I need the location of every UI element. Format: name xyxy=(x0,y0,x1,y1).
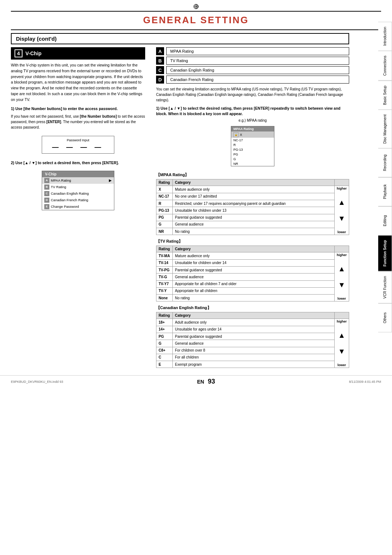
ce-down-arrow: ▼ xyxy=(338,347,346,356)
two-column-layout: 4 V-Chip With the V-chip system in this … xyxy=(11,47,349,372)
tv-rating-tv14: TV-14 xyxy=(156,259,173,266)
mpaa-lock-icon: 🔒 xyxy=(233,132,238,137)
ce-rating-c: C xyxy=(156,354,173,361)
vchip-menu-container: V-Chip A MPAA Rating ▶ B TV Rating C xyxy=(11,168,145,213)
rating-letter-b: B xyxy=(156,57,164,65)
left-column: 4 V-Chip With the V-chip system in this … xyxy=(11,47,149,372)
mpaa-item-pg13[interactable]: PG-13 xyxy=(231,147,274,152)
mpaa-item-x[interactable]: 🔒 X xyxy=(231,131,274,138)
vchip-menu-item-c[interactable]: C Canadian English Rating xyxy=(42,190,114,197)
mpaa-label-g: G xyxy=(233,157,236,161)
rating-text-d: Canadian French Rating xyxy=(166,76,349,84)
tv-down-arrow: ▼ xyxy=(338,281,346,289)
tv-rating-table: Rating Category TV-MA Mature audience on… xyxy=(156,246,349,301)
right-tables: 【MPAA Rating】 Rating Category xyxy=(156,172,349,368)
vchip-menu-title: V-Chip xyxy=(42,171,114,177)
mpaa-menu: MPAA Rating 🔒 X NC-17 R PG-13 PG G NR xyxy=(231,126,274,166)
vchip-menu-item-e[interactable]: E Change Password xyxy=(42,203,114,210)
ce-cat-g: General audience xyxy=(173,340,335,347)
ce-rating-18: 18+ xyxy=(156,319,173,326)
tab-connections[interactable]: Connections xyxy=(378,51,392,81)
canadian-english-section: 【Canadian English Rating】 Rating Categor… xyxy=(156,305,349,368)
tab-basic-setup[interactable]: Basic Setup xyxy=(378,81,392,110)
tv-rating-section: 【TV Rating】 Rating Category xyxy=(156,239,349,301)
tv-higher-label: higher xyxy=(337,253,347,257)
table-row: None No rating xyxy=(156,295,349,301)
table-row: TV-G General audience xyxy=(156,274,349,280)
mpaa-table-title: 【MPAA Rating】 xyxy=(156,172,349,178)
menu-label-b: TV Rating xyxy=(51,185,66,189)
reg-mark-top: ⊕ xyxy=(0,0,392,11)
table-row: NR No rating xyxy=(156,228,349,235)
table-row: PG Parental guidance suggested xyxy=(156,214,349,221)
vchip-menu-item-a[interactable]: A MPAA Rating ▶ xyxy=(42,177,114,184)
vchip-menu-item-b[interactable]: B TV Rating xyxy=(42,184,114,190)
eg-text: e.g.) MPAA rating xyxy=(156,118,349,122)
password-box: Password Input — — — — xyxy=(42,136,114,154)
mpaa-col-rating: Rating xyxy=(156,179,173,186)
tab-disc-management[interactable]: Disc Management xyxy=(378,110,392,149)
mpaa-lower-label: lower xyxy=(338,230,346,234)
tv-hl-cell: higher ▲ ▼ lower xyxy=(335,252,349,301)
password-box-container: Password Input — — — — xyxy=(11,133,145,157)
tab-function-setup[interactable]: Function Setup xyxy=(378,235,392,271)
ce-cat-14: Unsuitable for ages under 14 xyxy=(173,326,335,333)
tv-cat-tvpg: Parental guidance suggested xyxy=(173,266,335,273)
tab-introduction[interactable]: Introduction xyxy=(378,22,392,51)
table-row: E Exempt program xyxy=(156,361,349,368)
menu-letter-a: A xyxy=(44,178,49,183)
mpaa-item-r[interactable]: R xyxy=(231,142,274,147)
canadian-english-table: Rating Category 18+ Adult audience only xyxy=(156,312,349,368)
mpaa-label-x: X xyxy=(240,133,242,137)
table-row: 18+ Adult audience only higher ▲ ▼ lower xyxy=(156,319,349,326)
mpaa-item-pg[interactable]: PG xyxy=(231,152,274,157)
page-wrapper: ⊕ GENERAL SETTING Introduction Connectio… xyxy=(0,0,392,555)
ce-rating-g: G xyxy=(156,340,173,347)
mpaa-item-nc17[interactable]: NC-17 xyxy=(231,138,274,142)
ce-rating-e: E xyxy=(156,361,173,368)
ce-rating-c8: C8+ xyxy=(156,347,173,354)
ce-cat-c8: For children over 8 xyxy=(173,347,335,354)
mpaa-rating-section: 【MPAA Rating】 Rating Category xyxy=(156,172,349,235)
mpaa-up-arrow: ▲ xyxy=(338,198,346,207)
mpaa-rating-nc17: NC-17 xyxy=(156,193,173,200)
tab-others[interactable]: Others xyxy=(378,303,392,332)
tv-lower-label: lower xyxy=(338,297,346,300)
table-row: TV-14 Unsuitable for children under 14 xyxy=(156,259,349,266)
tv-rating-tvy: TV-Y xyxy=(156,287,173,294)
rating-letter-a: A xyxy=(156,47,164,55)
mpaa-higher-label: higher xyxy=(337,187,347,190)
mpaa-item-g[interactable]: G xyxy=(231,157,274,161)
table-row: 14+ Unsuitable for ages under 14 xyxy=(156,326,349,333)
tv-cat-none: No rating xyxy=(173,295,335,301)
table-row: C8+ For children over 8 xyxy=(156,347,349,354)
table-row: NC-17 No one under 17 admitted xyxy=(156,193,349,200)
mpaa-rating-pg13: PG-13 xyxy=(156,207,173,214)
table-row: G General audience xyxy=(156,340,349,347)
right-info-text: You can set the viewing limitation accor… xyxy=(156,86,349,103)
table-row: X Mature audience only higher ▲ ▼ lower xyxy=(156,186,349,193)
ce-cat-pg: Parental guidance suggested xyxy=(173,333,335,340)
tv-col-category: Category xyxy=(173,246,335,252)
vchip-menu: V-Chip A MPAA Rating ▶ B TV Rating C xyxy=(42,171,114,210)
table-row: PG Parental guidance suggested xyxy=(156,333,349,340)
mpaa-col-hl xyxy=(335,179,349,186)
mpaa-cat-pg13: Unsuitable for children under 13 xyxy=(173,207,335,214)
vchip-menu-item-d[interactable]: D Canadian French Rating xyxy=(42,197,114,203)
tv-cat-tvma: Mature audience only xyxy=(173,252,335,259)
mpaa-rating-x: X xyxy=(156,186,173,193)
menu-letter-d: D xyxy=(44,198,49,203)
rating-text-b: TV Rating xyxy=(166,57,349,65)
password-display: — — — — xyxy=(46,143,110,151)
mpaa-item-nr[interactable]: NR xyxy=(231,161,274,166)
tab-playback[interactable]: Playback xyxy=(378,177,392,206)
mpaa-cat-nc17: No one under 17 admitted xyxy=(173,193,335,200)
tab-recording[interactable]: Recording xyxy=(378,148,392,177)
tv-cat-tvg: General audience xyxy=(173,274,335,280)
page-num: 93 xyxy=(208,378,215,385)
table-row: C For all children xyxy=(156,354,349,361)
ce-hl-cell: higher ▲ ▼ lower xyxy=(335,319,349,368)
tab-vcr-function[interactable]: VCR Function xyxy=(378,271,392,303)
tab-editing[interactable]: Editing xyxy=(378,206,392,235)
rating-row-d: D Canadian French Rating xyxy=(156,76,349,84)
